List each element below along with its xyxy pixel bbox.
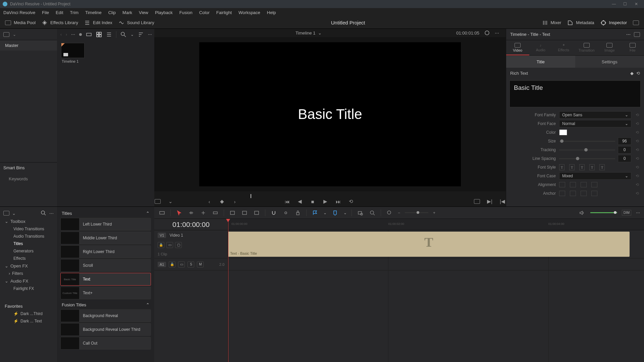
tree-titles[interactable]: Titles bbox=[0, 240, 57, 247]
title-text-input[interactable]: Basic Title bbox=[509, 80, 641, 107]
chevron-down-icon[interactable]: ⌄ bbox=[13, 32, 16, 37]
nav-prev-icon[interactable]: ‹ bbox=[206, 198, 213, 205]
disable-icon[interactable]: ▢ bbox=[175, 242, 182, 248]
menu-davinci[interactable]: DaVinci Resolve bbox=[3, 10, 35, 15]
chevron-down-icon[interactable]: ⌄ bbox=[318, 31, 322, 36]
tree-filters[interactable]: ›Filters bbox=[0, 270, 57, 277]
track-a1-header[interactable]: A1 🔒 ▭ S M 2.0 bbox=[154, 258, 228, 270]
v1-lane[interactable]: T Text - Basic Title bbox=[228, 230, 644, 258]
size-slider[interactable] bbox=[559, 141, 615, 142]
chevron-icon[interactable]: ⌄ bbox=[12, 211, 16, 216]
tree-toolbox[interactable]: ⌄Toolbox bbox=[0, 218, 57, 225]
mute-icon[interactable] bbox=[578, 209, 586, 217]
fontcase-select[interactable]: Mixed⌄ bbox=[559, 172, 631, 180]
effect-item[interactable]: Scroll bbox=[60, 259, 151, 272]
timeline-ruler[interactable]: 01:00:00:00 01:00:02:00 01:00:04:00 bbox=[228, 219, 644, 230]
menu-help[interactable]: Help bbox=[267, 10, 276, 15]
menu-file[interactable]: File bbox=[42, 10, 49, 15]
menu-edit[interactable]: Edit bbox=[56, 10, 63, 15]
tab-file[interactable]: File bbox=[621, 40, 644, 55]
size-input[interactable]: 96 bbox=[618, 137, 631, 145]
align-left-button[interactable] bbox=[559, 182, 565, 187]
more-icon[interactable]: ⋯ bbox=[636, 210, 640, 215]
reset-icon[interactable]: ⟲ bbox=[635, 139, 640, 143]
maximize-button[interactable]: ☐ bbox=[620, 2, 630, 6]
zoom-out[interactable]: − bbox=[398, 210, 400, 215]
effect-item[interactable]: Middle Lower Third bbox=[60, 232, 151, 244]
effect-item[interactable]: Custom TitleText+ bbox=[60, 287, 151, 299]
track-a1-tag[interactable]: A1 bbox=[158, 262, 166, 267]
match-frame-icon[interactable] bbox=[474, 198, 480, 205]
blade-tool[interactable] bbox=[212, 209, 219, 217]
strip-view-icon[interactable] bbox=[86, 32, 92, 38]
panel-icon[interactable] bbox=[3, 211, 9, 216]
reset-icon[interactable]: ⟲ bbox=[635, 121, 640, 126]
loop-button[interactable]: ⟲ bbox=[347, 198, 354, 205]
marker-icon[interactable]: ◆ bbox=[219, 198, 225, 205]
insert-tool[interactable] bbox=[229, 209, 236, 217]
more-icon[interactable]: ⋯ bbox=[626, 32, 631, 37]
target-icon[interactable] bbox=[484, 30, 490, 36]
anchor-tl-button[interactable] bbox=[559, 191, 565, 196]
tab-effects[interactable]: ✦Effects bbox=[552, 40, 575, 55]
align-right-button[interactable] bbox=[581, 182, 587, 187]
clip-name[interactable]: Timeline 1 bbox=[57, 59, 154, 63]
list-view-icon[interactable] bbox=[106, 32, 112, 38]
tree-fairlightfx[interactable]: Fairlight FX bbox=[0, 285, 57, 292]
master-bin[interactable]: Master bbox=[0, 40, 57, 51]
keywords-bin[interactable]: Keywords bbox=[0, 173, 57, 206]
prev-edit-icon[interactable]: |◀ bbox=[499, 198, 506, 205]
favorite-item[interactable]: ⚡Dark ...Third bbox=[0, 310, 57, 317]
font-family-select[interactable]: Open Sans⌄ bbox=[559, 111, 631, 119]
first-frame-button[interactable]: ⏮ bbox=[284, 198, 290, 205]
effects-library-toggle[interactable]: Effects Library bbox=[42, 20, 78, 26]
timeline-lanes[interactable]: T Text - Basic Title bbox=[228, 230, 644, 362]
anchor-tr-button[interactable] bbox=[581, 191, 587, 196]
reset-icon[interactable]: ⟲ bbox=[635, 174, 640, 178]
tree-audio-transitions[interactable]: Audio Transitions bbox=[0, 233, 57, 240]
lock-icon[interactable]: 🔒 bbox=[169, 261, 175, 267]
mixer-toggle[interactable]: Mixer bbox=[542, 20, 561, 26]
menu-clip[interactable]: Clip bbox=[108, 10, 116, 15]
chevron-icon[interactable]: ⌄ bbox=[130, 32, 134, 37]
selection-tool[interactable] bbox=[175, 209, 183, 217]
minimize-button[interactable]: — bbox=[609, 2, 619, 6]
effect-item[interactable]: Basic TitleText bbox=[60, 273, 151, 286]
prev-frame-button[interactable]: ◀ bbox=[297, 198, 303, 205]
viewer-timecode[interactable]: 01:00:01:05 bbox=[456, 31, 479, 36]
playhead[interactable] bbox=[228, 219, 228, 362]
close-button[interactable]: ✕ bbox=[631, 2, 641, 6]
menu-trim[interactable]: Trim bbox=[70, 10, 79, 15]
anchor-tc-button[interactable] bbox=[570, 191, 576, 196]
menu-mark[interactable]: Mark bbox=[122, 10, 132, 15]
dynamic-trim-tool[interactable] bbox=[200, 209, 207, 217]
effect-item[interactable]: Right Lower Third bbox=[60, 245, 151, 258]
search-timeline[interactable] bbox=[357, 209, 364, 217]
nav-back-icon[interactable]: ‹ bbox=[60, 32, 62, 37]
zoom-slider[interactable] bbox=[405, 212, 428, 213]
timeline-name[interactable]: Timeline 1 bbox=[296, 31, 315, 36]
marker-tool[interactable] bbox=[331, 209, 339, 217]
reset-icon[interactable]: ⟲ bbox=[635, 165, 640, 170]
align-justify-button[interactable] bbox=[591, 182, 597, 187]
edit-index-toggle[interactable]: Edit Index bbox=[84, 20, 112, 26]
solo-button[interactable]: S bbox=[187, 261, 194, 267]
reset-icon[interactable]: ⟲ bbox=[635, 191, 640, 196]
menu-fairlight[interactable]: Fairlight bbox=[216, 10, 232, 15]
search-icon[interactable] bbox=[120, 32, 126, 38]
zoom-in[interactable]: + bbox=[433, 210, 435, 215]
trim-tool[interactable] bbox=[187, 209, 195, 217]
lock-toggle[interactable] bbox=[294, 209, 302, 217]
subtab-title[interactable]: Title bbox=[506, 56, 575, 68]
chevron-icon[interactable]: ⌄ bbox=[323, 210, 327, 215]
snap-toggle[interactable] bbox=[270, 209, 277, 217]
effect-item[interactable]: Call Out bbox=[60, 337, 151, 350]
metadata-toggle[interactable]: Metadata bbox=[567, 20, 594, 26]
linespacing-input[interactable]: 0 bbox=[618, 155, 631, 162]
nav-fwd-icon[interactable]: › bbox=[66, 32, 67, 37]
reset-icon[interactable]: ⟲ bbox=[635, 130, 640, 135]
effect-item[interactable]: Background Reveal bbox=[60, 309, 151, 322]
tree-effects[interactable]: Effects bbox=[0, 255, 57, 262]
menu-playback[interactable]: Playback bbox=[155, 10, 173, 15]
effect-item[interactable]: Background Reveal Lower Third bbox=[60, 323, 151, 336]
